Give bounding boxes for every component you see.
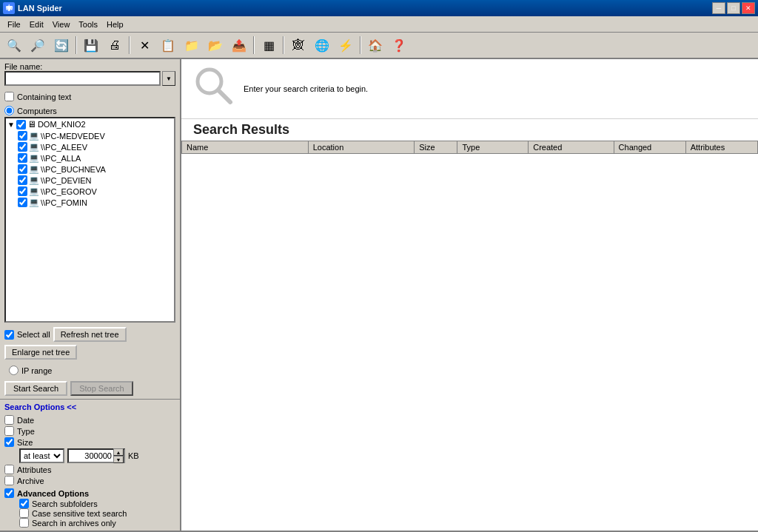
select-all-checkbox[interactable]: [4, 330, 14, 340]
toolbar-stop-btn[interactable]: ✕: [133, 35, 155, 55]
size-option-label[interactable]: Size: [4, 437, 33, 447]
containing-text-checkbox[interactable]: [4, 92, 14, 101]
tree-root-check[interactable]: [16, 120, 26, 129]
attributes-option-row: Attributes: [4, 464, 175, 475]
toolbar-sep-2: [129, 36, 130, 54]
tree-item-1[interactable]: 💻 \\PC-MEDVEDEV: [6, 130, 174, 141]
tree-check-6[interactable]: [18, 186, 27, 196]
attributes-checkbox[interactable]: [4, 465, 14, 474]
col-header-created[interactable]: Created: [529, 141, 614, 154]
ip-range-label[interactable]: IP range: [4, 364, 175, 377]
size-checkbox[interactable]: [4, 437, 14, 447]
computers-header: Computers: [0, 104, 180, 117]
tree-root[interactable]: ▼ 🖥 DOM_KNIO2: [6, 118, 174, 130]
case-sensitive-checkbox[interactable]: [19, 508, 29, 518]
toolbar-grid-btn[interactable]: ▦: [258, 35, 280, 55]
search-subfolders-checkbox[interactable]: [19, 499, 29, 508]
toolbar-sep-5: [360, 36, 361, 54]
enlarge-net-tree-button[interactable]: Enlarge net tree: [4, 345, 77, 360]
size-value-input[interactable]: [69, 451, 113, 460]
toolbar-copy-btn[interactable]: 📋: [157, 35, 179, 55]
type-option-label[interactable]: Type: [4, 426, 35, 436]
menu-help[interactable]: Help: [102, 18, 128, 30]
size-up-button[interactable]: ▲: [113, 448, 124, 456]
toolbar-spider-btn[interactable]: 🕸: [287, 35, 309, 55]
ip-range-radio[interactable]: [9, 366, 19, 375]
archives-only-label[interactable]: Search in archives only: [19, 518, 116, 528]
toolbar-save-btn[interactable]: 💾: [80, 35, 102, 55]
toolbar-open-btn[interactable]: 📂: [204, 35, 227, 55]
start-search-button[interactable]: Start Search: [4, 381, 67, 396]
toolbar-find-btn[interactable]: 🔎: [27, 35, 49, 55]
search-header: Enter your search criteria to begin.: [181, 59, 758, 119]
refresh-net-tree-button[interactable]: Refresh net tree: [53, 327, 127, 342]
toolbar-search-btn[interactable]: 🔍: [3, 35, 25, 55]
toolbar-refresh-btn[interactable]: 🔄: [50, 35, 73, 55]
toolbar-print-btn[interactable]: 🖨: [104, 35, 126, 55]
search-buttons-row: Start Search Stop Search: [0, 378, 180, 399]
close-button[interactable]: ✕: [742, 2, 755, 14]
toolbar-export-btn[interactable]: 📤: [228, 35, 250, 55]
size-down-button[interactable]: ▼: [113, 456, 124, 463]
col-header-location[interactable]: Location: [308, 141, 415, 154]
results-table-header: Name Location Size Type Created Changed …: [182, 141, 758, 154]
col-header-size[interactable]: Size: [415, 141, 457, 154]
menu-tools[interactable]: Tools: [74, 18, 102, 30]
tree-item-7[interactable]: 💻 \\PC_FOMIN: [6, 197, 174, 208]
svg-line-1: [218, 90, 230, 102]
advanced-option-label[interactable]: Advanced Options: [4, 488, 89, 498]
size-operator-select[interactable]: at least at most exactly: [19, 448, 64, 463]
date-checkbox[interactable]: [4, 415, 14, 425]
type-checkbox[interactable]: [4, 426, 14, 436]
menu-file[interactable]: File: [3, 18, 25, 30]
tree-item-2[interactable]: 💻 \\PC_ALEEV: [6, 141, 174, 152]
tree-item-5[interactable]: 💻 \\PC_DEVIEN: [6, 175, 174, 186]
search-subfolders-label[interactable]: Search subfolders: [19, 499, 98, 508]
search-subfolders-row: Search subfolders: [4, 499, 175, 508]
results-table-container[interactable]: Name Location Size Type Created Changed …: [181, 141, 758, 531]
col-header-type[interactable]: Type: [457, 141, 529, 154]
advanced-checkbox[interactable]: [4, 488, 14, 498]
attributes-option-label[interactable]: Attributes: [4, 465, 51, 474]
toolbar-net-btn[interactable]: 🌐: [311, 35, 333, 55]
menu-edit[interactable]: Edit: [25, 18, 48, 30]
tree-item-3[interactable]: 💻 \\PC_ALLA: [6, 152, 174, 164]
tree-check-4[interactable]: [18, 164, 27, 174]
tree-check-3[interactable]: [18, 153, 27, 163]
toolbar-folder-btn[interactable]: 📁: [181, 35, 203, 55]
computers-section: Computers ▼ 🖥 DOM_KNIO2 💻: [0, 104, 180, 363]
toolbar-help-btn[interactable]: ❓: [388, 35, 410, 55]
toolbar-sep-4: [283, 36, 284, 54]
archive-checkbox[interactable]: [4, 476, 14, 485]
select-all-label[interactable]: Select all: [4, 330, 50, 340]
col-header-changed[interactable]: Changed: [614, 141, 685, 154]
tree-item-6[interactable]: 💻 \\PC_EGOROV: [6, 186, 174, 197]
tree-check-1[interactable]: [18, 131, 27, 141]
file-name-input[interactable]: [4, 71, 161, 86]
file-name-dropdown[interactable]: ▼: [162, 71, 175, 86]
tree-item-4[interactable]: 💻 \\PC_BUCHNEVA: [6, 164, 174, 175]
tree-check-5[interactable]: [18, 175, 27, 185]
toolbar-action-btn[interactable]: ⚡: [335, 35, 357, 55]
col-header-attributes[interactable]: Attributes: [685, 141, 757, 154]
tree-check-2[interactable]: [18, 142, 27, 152]
archive-option-label[interactable]: Archive: [4, 476, 44, 485]
col-header-name[interactable]: Name: [182, 141, 309, 154]
tree-check-7[interactable]: [18, 198, 27, 207]
computers-radio[interactable]: [4, 106, 14, 115]
maximize-button[interactable]: □: [727, 2, 740, 14]
toolbar-sep-1: [76, 36, 77, 54]
computers-radio-label[interactable]: Computers: [4, 106, 57, 115]
minimize-button[interactable]: ─: [712, 2, 725, 14]
case-sensitive-label[interactable]: Case sensitive text search: [19, 508, 127, 518]
tree-container[interactable]: ▼ 🖥 DOM_KNIO2 💻 \\PC-MEDVEDEV 💻: [4, 117, 175, 323]
case-sensitive-row: Case sensitive text search: [4, 508, 175, 518]
archives-only-checkbox[interactable]: [19, 518, 29, 528]
containing-text-label[interactable]: Containing text: [4, 92, 175, 101]
date-option-label[interactable]: Date: [4, 415, 34, 425]
search-options-header[interactable]: Search Options <<: [4, 403, 175, 411]
titlebar-left: 🕷 LAN Spider: [3, 2, 62, 14]
toolbar-home-btn[interactable]: 🏠: [364, 35, 386, 55]
menu-view[interactable]: View: [48, 18, 75, 30]
advanced-options-section: Advanced Options Search subfolders Case …: [4, 488, 175, 528]
